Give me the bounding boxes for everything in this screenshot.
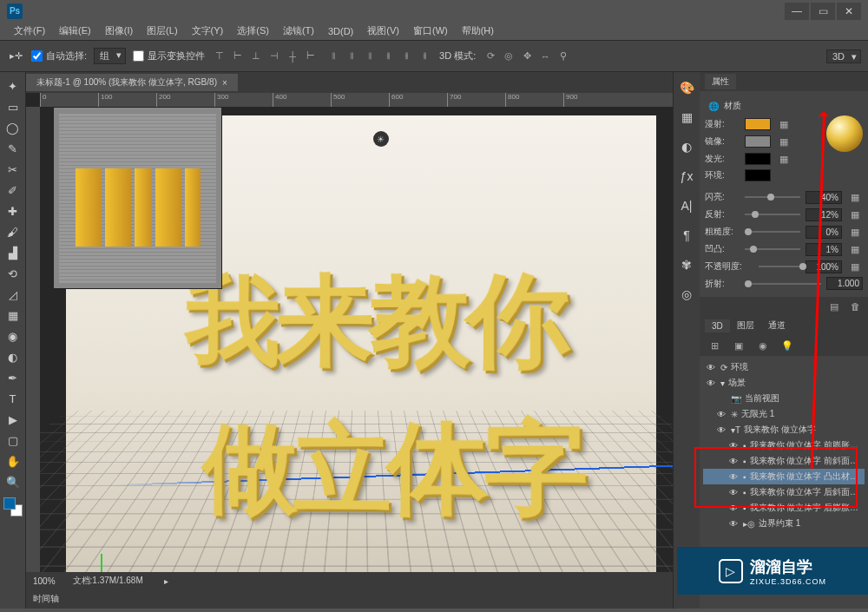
tree-back-inflation[interactable]: 👁▪我来教你 做立体字 后膨胀… (703, 500, 865, 516)
menu-file[interactable]: 文件(F) (7, 23, 52, 39)
roughness-input[interactable] (806, 226, 842, 239)
dist-4-icon[interactable]: ⫵ (380, 49, 396, 63)
visibility-toggle-icon[interactable]: 👁 (705, 378, 717, 388)
align-top-icon[interactable]: ⊤ (212, 49, 227, 63)
refl-tex-icon[interactable]: ▦ (847, 207, 863, 221)
tree-extrusion[interactable]: 👁▪我来教你 做立体字 凸出材… (703, 469, 865, 484)
align-vcenter-icon[interactable]: ⊢ (230, 49, 246, 63)
properties-tab[interactable]: 属性 (705, 74, 736, 89)
close-tab-icon[interactable]: × (222, 78, 227, 88)
dist-3-icon[interactable]: ⫴ (362, 49, 378, 63)
opac-tex-icon[interactable]: ▦ (847, 260, 863, 273)
bump-tex-icon[interactable]: ▦ (847, 242, 863, 256)
specular-swatch[interactable] (745, 135, 771, 148)
healing-tool[interactable]: ✚ (3, 201, 23, 220)
channels-tab[interactable]: 通道 (761, 318, 792, 333)
eyedropper-tool[interactable]: ✐ (3, 181, 23, 200)
auto-select-checkbox[interactable] (31, 50, 43, 62)
adjustments-panel-icon[interactable]: ◐ (678, 138, 695, 155)
props-menu-icon[interactable]: ▤ (826, 299, 842, 313)
menu-select[interactable]: 选择(S) (230, 23, 276, 39)
specular-texture-icon[interactable]: ▦ (776, 135, 792, 148)
crop-tool[interactable]: ✂ (3, 160, 23, 179)
visibility-toggle-icon[interactable]: 👁 (727, 488, 740, 497)
workspace-dropdown[interactable]: 3D (826, 49, 861, 63)
document-tab[interactable]: 未标题-1 @ 100% (我来教你 做立体字, RGB/8) × (26, 74, 238, 91)
blur-tool[interactable]: ◉ (3, 326, 23, 345)
visibility-toggle-icon[interactable]: 👁 (727, 503, 740, 513)
secondary-view-panel[interactable] (53, 107, 222, 289)
fg-color-swatch[interactable] (3, 497, 16, 510)
tree-text-group[interactable]: 👁▾T我来教你 做立体字 (703, 422, 865, 438)
tree-constraint[interactable]: 👁▸◎边界约束 1 (703, 516, 865, 531)
tree-current-view[interactable]: 📷当前视图 (703, 391, 865, 406)
stamp-tool[interactable]: ▟ (3, 243, 23, 262)
maximize-button[interactable]: ▭ (811, 3, 835, 20)
menu-edit[interactable]: 编辑(E) (52, 23, 98, 39)
refraction-slider[interactable] (745, 279, 821, 289)
tree-environment[interactable]: 👁⟳环境 (703, 359, 865, 375)
material-preview-sphere[interactable] (826, 115, 863, 152)
history-brush-tool[interactable]: ⟲ (3, 264, 23, 283)
menu-window[interactable]: 窗口(W) (406, 23, 455, 39)
visibility-toggle-icon[interactable]: 👁 (727, 441, 740, 451)
visibility-toggle-icon[interactable]: 👁 (727, 472, 740, 482)
pan-icon[interactable]: ✥ (519, 49, 535, 63)
trash-icon[interactable]: 🗑 (847, 299, 863, 313)
color-panel-icon[interactable]: 🎨 (678, 79, 695, 96)
menu-filter[interactable]: 滤镜(T) (276, 23, 321, 39)
axis-gizmo-icon[interactable] (101, 545, 135, 572)
menu-type[interactable]: 文字(Y) (185, 23, 231, 39)
styles-panel-icon[interactable]: ƒx (678, 168, 695, 185)
3d-text-line1[interactable]: 我来教你 (186, 252, 567, 391)
align-hcenter-icon[interactable]: ┼ (285, 49, 300, 63)
layers-tab[interactable]: 图层 (730, 318, 761, 333)
visibility-toggle-icon[interactable]: 👁 (727, 519, 740, 529)
refraction-input[interactable] (826, 277, 863, 290)
cc-panel-icon[interactable]: ◎ (678, 286, 695, 303)
close-button[interactable]: ✕ (837, 3, 861, 20)
tree-front-inflation[interactable]: 👁▪我来教你 做立体字 前膨胀… (703, 438, 865, 453)
quick-select-tool[interactable]: ✎ (3, 139, 23, 158)
tree-scene[interactable]: 👁▾场景 (703, 375, 865, 391)
align-left-icon[interactable]: ⊣ (266, 49, 282, 63)
shape-tool[interactable]: ▢ (3, 431, 23, 450)
glow-texture-icon[interactable]: ▦ (776, 152, 792, 166)
marquee-tool[interactable]: ▭ (3, 97, 23, 116)
show-transform-checkbox[interactable] (133, 50, 144, 62)
shine-slider[interactable] (745, 192, 800, 202)
ambient-swatch[interactable] (745, 169, 771, 181)
brush-panel-icon[interactable]: ✾ (678, 256, 695, 273)
menu-image[interactable]: 图像(I) (98, 23, 140, 39)
filter-material-icon[interactable]: ◉ (755, 339, 771, 352)
type-tool[interactable]: T (3, 389, 23, 408)
filter-mesh-icon[interactable]: ▣ (731, 339, 746, 352)
move-tool[interactable]: ✦ (3, 76, 23, 95)
bump-slider[interactable] (745, 244, 800, 254)
diffuse-swatch[interactable] (745, 118, 771, 130)
minimize-button[interactable]: — (785, 3, 809, 20)
path-select-tool[interactable]: ▶ (3, 410, 23, 429)
opacity-slider[interactable] (759, 261, 800, 272)
status-more-icon[interactable]: ▸ (164, 576, 168, 586)
filter-all-icon[interactable]: ⊞ (707, 339, 722, 352)
reflection-input[interactable] (806, 208, 842, 221)
zoom-level[interactable]: 100% (33, 576, 56, 586)
menu-3d[interactable]: 3D(D) (321, 24, 360, 38)
reflection-slider[interactable] (745, 209, 800, 220)
opacity-input[interactable] (806, 260, 842, 273)
dist-6-icon[interactable]: ⫵ (417, 49, 432, 63)
visibility-toggle-icon[interactable]: 👁 (715, 425, 727, 435)
filter-light-icon[interactable]: 💡 (779, 339, 795, 352)
orbit-icon[interactable]: ⟳ (483, 49, 498, 63)
roll-icon[interactable]: ◎ (501, 49, 516, 63)
tree-back-bevel[interactable]: 👁▪我来教你 做立体字 后斜面… (703, 484, 865, 500)
3d-tab[interactable]: 3D (705, 319, 730, 332)
zoom-tool[interactable]: 🔍 (3, 472, 23, 491)
light-indicator-icon[interactable]: ☀ (373, 131, 389, 147)
zoom3d-icon[interactable]: ⚲ (556, 49, 571, 63)
bump-input[interactable] (806, 243, 842, 256)
paragraph-panel-icon[interactable]: ¶ (678, 227, 695, 244)
menu-layer[interactable]: 图层(L) (140, 23, 184, 39)
gradient-tool[interactable]: ▦ (3, 306, 23, 325)
